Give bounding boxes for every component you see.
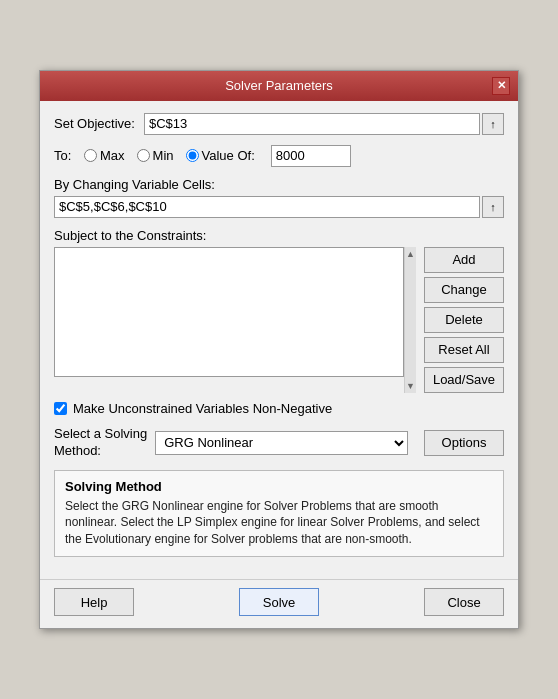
solving-method-info-title: Solving Method — [65, 479, 493, 494]
constraints-scrollbar[interactable]: ▲ ▼ — [404, 247, 416, 393]
solve-button[interactable]: Solve — [239, 588, 319, 616]
unconstrained-checkbox-row: Make Unconstrained Variables Non-Negativ… — [54, 401, 504, 416]
set-objective-row: Set Objective: ↑ — [54, 113, 504, 135]
changing-cells-collapse-btn[interactable]: ↑ — [482, 196, 504, 218]
solving-method-row: Select a SolvingMethod: GRG Nonlinear Si… — [54, 426, 504, 460]
add-button[interactable]: Add — [424, 247, 504, 273]
unconstrained-checkbox[interactable] — [54, 402, 67, 415]
change-button[interactable]: Change — [424, 277, 504, 303]
scroll-up-arrow[interactable]: ▲ — [404, 247, 417, 261]
dialog-titlebar: Solver Parameters ✕ — [40, 71, 518, 101]
set-objective-input[interactable] — [144, 113, 480, 135]
dialog-title: Solver Parameters — [66, 78, 492, 93]
radio-value-of-input[interactable] — [186, 149, 199, 162]
changing-cells-input[interactable] — [54, 196, 480, 218]
changing-cells-input-group: ↑ — [54, 196, 504, 218]
value-of-input[interactable] — [271, 145, 351, 167]
dialog-close-button[interactable]: Close — [424, 588, 504, 616]
radio-max[interactable]: Max — [84, 148, 125, 163]
constraints-box-wrapper: ▲ ▼ — [54, 247, 416, 393]
radio-min-input[interactable] — [137, 149, 150, 162]
scroll-down-arrow[interactable]: ▼ — [404, 379, 417, 393]
solver-parameters-dialog: Solver Parameters ✕ Set Objective: ↑ To:… — [39, 70, 519, 629]
to-row: To: Max Min Value Of: — [54, 145, 504, 167]
constraints-label: Subject to the Constraints: — [54, 228, 504, 243]
options-button[interactable]: Options — [424, 430, 504, 456]
radio-max-input[interactable] — [84, 149, 97, 162]
load-save-button[interactable]: Load/Save — [424, 367, 504, 393]
reset-all-button[interactable]: Reset All — [424, 337, 504, 363]
constraints-section: Subject to the Constraints: ▲ ▼ Add Chan… — [54, 228, 504, 393]
close-button[interactable]: ✕ — [492, 77, 510, 95]
dialog-footer: Help Solve Close — [40, 579, 518, 628]
changing-cells-label: By Changing Variable Cells: — [54, 177, 504, 192]
to-radio-group: Max Min Value Of: — [84, 145, 504, 167]
to-label: To: — [54, 148, 84, 163]
constraints-area: ▲ ▼ Add Change Delete Reset All Load/Sav… — [54, 247, 504, 393]
set-objective-collapse-btn[interactable]: ↑ — [482, 113, 504, 135]
help-button[interactable]: Help — [54, 588, 134, 616]
solving-method-label: Select a SolvingMethod: — [54, 426, 147, 460]
constraints-listbox[interactable] — [54, 247, 404, 377]
changing-cells-section: By Changing Variable Cells: ↑ — [54, 177, 504, 218]
radio-value-of-label: Value Of: — [202, 148, 255, 163]
unconstrained-label: Make Unconstrained Variables Non-Negativ… — [73, 401, 332, 416]
solving-method-info-text: Select the GRG Nonlinear engine for Solv… — [65, 498, 493, 548]
delete-button[interactable]: Delete — [424, 307, 504, 333]
radio-min-label: Min — [153, 148, 174, 163]
constraints-buttons: Add Change Delete Reset All Load/Save — [424, 247, 504, 393]
radio-min[interactable]: Min — [137, 148, 174, 163]
solving-method-select[interactable]: GRG Nonlinear Simplex LP Evolutionary — [155, 431, 408, 455]
solving-method-info-box: Solving Method Select the GRG Nonlinear … — [54, 470, 504, 557]
radio-max-label: Max — [100, 148, 125, 163]
dialog-body: Set Objective: ↑ To: Max Min Val — [40, 101, 518, 579]
radio-value-of[interactable]: Value Of: — [186, 148, 255, 163]
set-objective-input-group: ↑ — [144, 113, 504, 135]
set-objective-label: Set Objective: — [54, 116, 144, 131]
